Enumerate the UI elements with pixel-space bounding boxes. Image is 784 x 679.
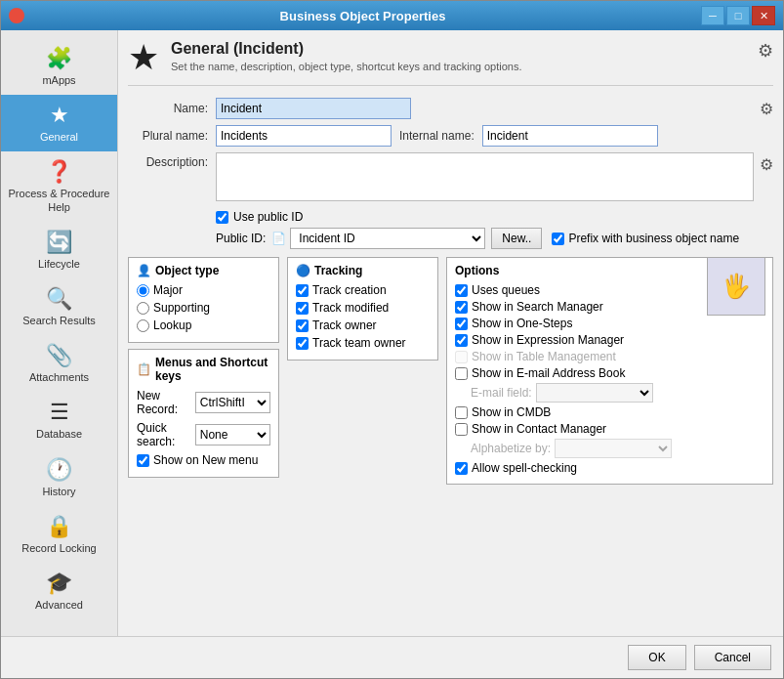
maximize-button[interactable]: □ (726, 6, 750, 25)
window-icon (9, 8, 24, 23)
sidebar-item-general[interactable]: ★ General (1, 95, 117, 151)
plural-input[interactable] (216, 125, 392, 147)
show-cmdb-checkbox[interactable] (455, 406, 468, 419)
sidebar-item-database[interactable]: ☰ Database (1, 392, 117, 448)
main-content: 🧩 mApps ★ General ❓ Process & Procedure … (1, 30, 783, 636)
show-cmdb-label: Show in CMDB (472, 405, 551, 419)
uses-queues-label: Uses queues (472, 283, 540, 297)
minimize-button[interactable]: ─ (701, 6, 724, 25)
options-wrap: Options Uses queues Show in Search Manag… (446, 257, 773, 626)
sidebar-item-locking[interactable]: 🔒 Record Locking (1, 506, 117, 563)
radio-lookup-input[interactable] (137, 319, 149, 332)
show-contact-manager-checkbox[interactable] (455, 423, 468, 436)
show-table-management-checkbox (455, 351, 468, 363)
track-owner-label: Track owner (312, 318, 377, 332)
track-owner-checkbox[interactable] (296, 319, 309, 332)
show-new-menu-row: Show on New menu (137, 453, 270, 467)
prefix-checkbox[interactable] (552, 233, 564, 245)
prefix-label: Prefix with business object name (568, 232, 739, 245)
use-public-id-label: Use public ID (233, 210, 303, 224)
sidebar-label-process: Process & Procedure Help (5, 188, 113, 213)
sidebar-item-process[interactable]: ❓ Process & Procedure Help (1, 151, 117, 221)
sidebar-item-attachments[interactable]: 📎 Attachments (1, 335, 117, 392)
name-gear-icon[interactable]: ⚙ (760, 100, 773, 118)
show-new-menu-label: Show on New menu (153, 453, 258, 467)
name-label: Name: (128, 102, 216, 115)
mapps-icon: 🧩 (46, 46, 72, 71)
object-type-title: 👤 Object type (137, 264, 270, 277)
locking-icon: 🔒 (46, 514, 72, 539)
desc-gear-icon[interactable]: ⚙ (760, 155, 773, 174)
show-new-menu-checkbox[interactable] (137, 454, 149, 467)
spell-check-checkbox[interactable] (455, 462, 468, 475)
name-input[interactable] (216, 98, 411, 119)
track-creation-checkbox[interactable] (296, 284, 309, 297)
sidebar-label-history: History (42, 486, 75, 498)
new-record-row: New Record: CtrlShiftI (137, 389, 270, 416)
panel-subtitle: Set the name, description, object type, … (171, 61, 522, 72)
sidebar-label-advanced: Advanced (35, 599, 83, 612)
radio-supporting-input[interactable] (137, 302, 149, 315)
internal-input[interactable] (482, 125, 658, 147)
tracking-icon: 🔵 (296, 264, 310, 277)
use-public-id-checkbox[interactable] (216, 211, 228, 224)
sidebar: 🧩 mApps ★ General ❓ Process & Procedure … (1, 30, 118, 636)
sidebar-item-search[interactable]: 🔍 Search Results (1, 278, 117, 335)
sidebar-item-history[interactable]: 🕐 History (1, 449, 117, 506)
bottom-bar: OK Cancel (1, 636, 783, 678)
track-modified: Track modified (296, 301, 430, 315)
new-button[interactable]: New.. (491, 228, 542, 249)
radio-supporting: Supporting (137, 301, 270, 315)
sidebar-label-lifecycle: Lifecycle (38, 258, 80, 271)
attachments-icon: 📎 (46, 343, 72, 368)
ok-button[interactable]: OK (628, 645, 685, 670)
sidebar-item-advanced[interactable]: 🎓 Advanced (1, 563, 117, 619)
show-email-address-book-row: Show in E-mail Address Book (455, 366, 764, 380)
track-team-owner-checkbox[interactable] (296, 337, 309, 350)
header-star-icon: ★ (128, 40, 159, 75)
spell-check-label: Allow spell-checking (472, 461, 577, 475)
show-table-management-row: Show in Table Management (455, 350, 764, 363)
general-icon: ★ (50, 103, 69, 128)
quick-search-select[interactable]: None (195, 424, 270, 446)
track-team-owner-label: Track team owner (312, 336, 406, 350)
show-expression-manager-checkbox[interactable] (455, 334, 468, 347)
new-record-select[interactable]: CtrlShiftI (195, 392, 270, 413)
uses-queues-checkbox[interactable] (455, 284, 468, 297)
window-title: Business Object Properties (24, 9, 701, 23)
public-id-select[interactable]: Incident ID (290, 228, 485, 249)
show-one-steps-row: Show in One-Steps (455, 317, 764, 330)
sidebar-label-search: Search Results (22, 315, 96, 327)
description-wrap (216, 152, 754, 204)
sidebar-label-database: Database (36, 428, 82, 441)
close-button[interactable]: ✕ (752, 6, 775, 25)
email-field-select[interactable] (536, 383, 653, 403)
show-cmdb-row: Show in CMDB (455, 405, 764, 419)
sidebar-label-general: General (40, 131, 78, 144)
show-one-steps-checkbox[interactable] (455, 318, 468, 330)
tracking-section: 🔵 Tracking Track creation Track modified… (287, 257, 438, 361)
show-email-address-book-checkbox[interactable] (455, 367, 468, 380)
radio-major-input[interactable] (137, 284, 149, 297)
sidebar-item-lifecycle[interactable]: 🔄 Lifecycle (1, 222, 117, 278)
show-search-manager-checkbox[interactable] (455, 301, 468, 314)
email-field-label: E-mail field: (471, 386, 532, 400)
show-search-manager-label: Show in Search Manager (472, 300, 603, 314)
preview-area: 🖐 (707, 257, 765, 316)
show-one-steps-label: Show in One-Steps (472, 317, 572, 330)
public-id-label: Public ID: (216, 232, 266, 245)
use-public-id-row: Use public ID (216, 210, 773, 224)
track-modified-checkbox[interactable] (296, 302, 309, 315)
description-textarea[interactable] (216, 152, 754, 201)
internal-label: Internal name: (392, 129, 482, 143)
three-col-section: 👤 Object type Major Supporting (128, 257, 773, 626)
show-expression-manager-row: Show in Expression Manager (455, 333, 764, 347)
menus-title: 📋 Menus and Shortcut keys (137, 356, 270, 383)
sidebar-item-mapps[interactable]: 🧩 mApps (1, 38, 117, 95)
menus-icon: 📋 (137, 362, 151, 376)
advanced-icon: 🎓 (46, 571, 72, 596)
main-window: Business Object Properties ─ □ ✕ 🧩 mApps… (0, 0, 784, 679)
cancel-button[interactable]: Cancel (694, 645, 771, 670)
header-gear-icon[interactable]: ⚙ (758, 40, 773, 62)
panel-title: General (Incident) (171, 40, 522, 58)
